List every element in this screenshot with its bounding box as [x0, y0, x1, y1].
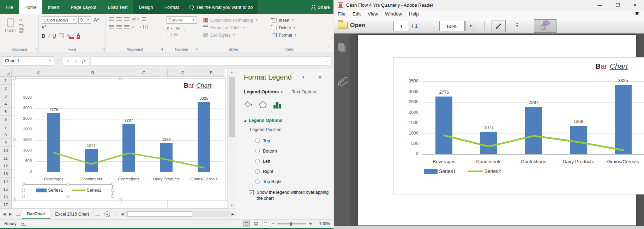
align-right-icon[interactable]	[124, 25, 130, 29]
zoom-slider[interactable]	[277, 223, 306, 224]
increase-decimal-button[interactable]: ←.0	[167, 33, 173, 36]
align-bottom-icon[interactable]	[124, 17, 130, 21]
radio-icon[interactable]	[255, 169, 260, 174]
menu-edit[interactable]: Edit	[349, 11, 364, 17]
decrease-indent-icon[interactable]: ⇤	[132, 25, 135, 29]
chart-handle[interactable]	[119, 77, 122, 80]
legend-handle[interactable]	[22, 195, 25, 198]
tab-legend-options[interactable]: Legend Options▼	[244, 89, 283, 94]
align-middle-icon[interactable]	[116, 17, 122, 21]
number-format-select[interactable]: General▼	[167, 16, 197, 24]
format-painter-icon[interactable]	[19, 31, 24, 33]
sheet-tab-excel-2016-chart[interactable]: Excel 2016 Chart	[50, 209, 94, 219]
styles-format-as-table[interactable]: Format as Table▼	[203, 24, 266, 31]
toolbar-more-icon[interactable]: ▾▾	[516, 22, 518, 27]
row-header-6[interactable]: 6	[0, 116, 12, 123]
checkbox-icon[interactable]: ✓	[249, 190, 254, 195]
sheet-tab-barchart[interactable]: BarChart	[22, 209, 51, 219]
hscroll-thumb[interactable]	[127, 211, 192, 217]
scroll-up-icon[interactable]: ▲	[228, 69, 236, 75]
sheet-dots-right[interactable]: ...	[94, 209, 101, 219]
close-button[interactable]: ✕	[633, 2, 637, 8]
radio-top-right[interactable]: Top Right	[255, 177, 333, 187]
tell-me-box[interactable]: Tell me what you want to do	[185, 0, 258, 14]
chart-handle[interactable]	[13, 138, 16, 141]
comma-button[interactable]: ,	[183, 26, 185, 31]
align-top-icon[interactable]	[109, 17, 114, 21]
page-break-view-icon[interactable]	[262, 221, 269, 227]
enter-icon[interactable]: ✓	[74, 58, 78, 63]
dialog-launcher-icon[interactable]	[160, 48, 163, 51]
column-header-A[interactable]: A	[12, 69, 65, 77]
menu-window[interactable]: Window	[381, 11, 405, 17]
legend-handle[interactable]	[66, 182, 70, 186]
hand-tool-button[interactable]: ☝	[534, 19, 556, 33]
scroll-left-icon[interactable]: ◀	[121, 212, 124, 216]
column-header-C[interactable]: C	[120, 69, 168, 77]
row-header-13[interactable]: 13	[0, 170, 12, 178]
ribbon-tab-file[interactable]: File	[0, 0, 19, 14]
share-button[interactable]: Share	[311, 0, 330, 14]
borders-icon[interactable]	[59, 33, 64, 38]
panel-dropdown-icon[interactable]: ▼	[302, 75, 305, 79]
cut-icon[interactable]: ✂	[19, 18, 23, 22]
styles-cell-styles[interactable]: Cell Styles▼	[203, 31, 266, 39]
worksheet-grid[interactable]: ABCDE 1234567891011121314151617 BarChart	[0, 69, 236, 209]
page-thumbnails-icon[interactable]	[338, 43, 344, 51]
sheet-next-icon[interactable]: ▶	[9, 212, 12, 216]
percent-button[interactable]: %	[176, 26, 180, 31]
chart-handle[interactable]	[13, 198, 16, 202]
bold-button[interactable]: B	[42, 33, 45, 39]
page-number-input[interactable]: 1	[393, 21, 409, 31]
currency-button[interactable]: $	[167, 26, 169, 31]
increase-indent-icon[interactable]: ⇥	[138, 25, 141, 29]
horizontal-scrollbar[interactable]: ◀ ▶	[121, 209, 236, 219]
effects-icon[interactable]	[259, 101, 267, 109]
ribbon-tab-load-test[interactable]: Load Test	[102, 0, 133, 14]
ribbon-tab-format[interactable]: Format	[159, 0, 185, 14]
radio-top[interactable]: Top	[255, 136, 333, 146]
copy-icon[interactable]	[19, 24, 23, 29]
overlap-checkbox-row[interactable]: ✓ Show the legend without overlapping th…	[249, 190, 333, 202]
radio-icon[interactable]	[255, 138, 260, 143]
cells-format[interactable]: Format▼	[272, 31, 309, 39]
open-button[interactable]: Open	[350, 22, 365, 29]
legend-handle[interactable]	[111, 182, 114, 186]
scrollbar-thumb[interactable]	[229, 77, 235, 137]
row-header-14[interactable]: 14	[0, 178, 12, 185]
radio-bottom[interactable]: Bottom	[255, 146, 333, 156]
insert-function-icon[interactable]: fx	[82, 58, 86, 64]
attachments-icon[interactable]	[337, 73, 348, 89]
ribbon-tab-design[interactable]: Design	[133, 0, 158, 14]
cells-insert[interactable]: Insert▼	[272, 17, 309, 24]
collapse-ribbon-icon[interactable]: ⌃	[327, 46, 330, 50]
cancel-icon[interactable]: ✕	[66, 58, 70, 63]
name-box[interactable]: Chart 1 ▼	[2, 56, 54, 66]
radio-icon[interactable]	[255, 159, 260, 163]
align-left-icon[interactable]	[109, 25, 114, 29]
legend-handle[interactable]	[111, 195, 114, 198]
cells-delete[interactable]: Delete▼	[272, 24, 309, 31]
legend-handle[interactable]	[111, 189, 114, 192]
row-header-4[interactable]: 4	[0, 100, 12, 108]
panel-close-icon[interactable]: ✕	[318, 74, 323, 81]
row-header-16[interactable]: 16	[0, 193, 12, 201]
series-options-icon[interactable]	[273, 101, 281, 109]
menu-file[interactable]: File	[334, 11, 349, 17]
new-sheet-button[interactable]: +	[104, 209, 110, 219]
dialog-launcher-icon[interactable]	[101, 48, 104, 51]
maximize-button[interactable]: ❐	[615, 2, 620, 8]
merge-center-icon[interactable]	[143, 25, 148, 29]
row-header-10[interactable]: 10	[0, 147, 12, 154]
chart-handle[interactable]	[13, 77, 16, 80]
close-document-icon[interactable]: ✖	[635, 11, 639, 16]
grow-font-button[interactable]: A▲	[94, 17, 100, 23]
row-header-5[interactable]: 5	[0, 108, 12, 116]
decrease-decimal-button[interactable]: .00→	[173, 33, 181, 36]
macro-record-icon[interactable]	[22, 222, 26, 226]
row-header-8[interactable]: 8	[0, 131, 12, 139]
scroll-right-icon[interactable]: ▶	[231, 212, 234, 216]
underline-button[interactable]: U	[53, 33, 56, 39]
dialog-launcher-icon[interactable]	[195, 48, 198, 51]
wrap-text-icon[interactable]	[142, 17, 146, 21]
